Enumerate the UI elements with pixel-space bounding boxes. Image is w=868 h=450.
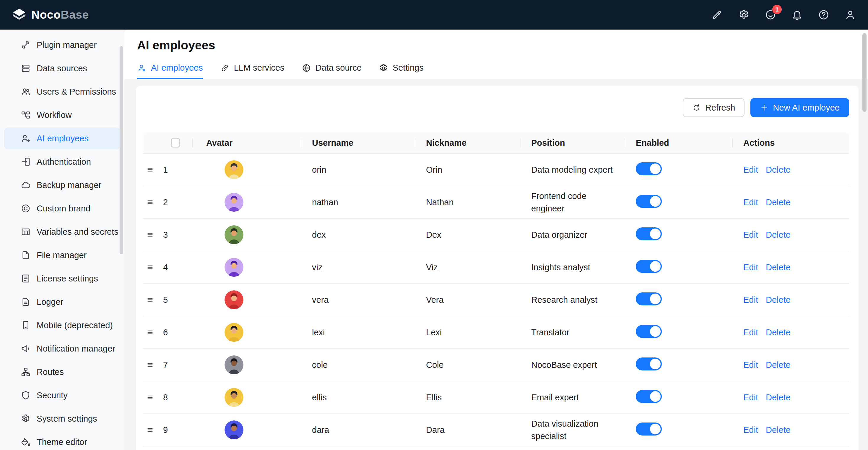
select-all-checkbox[interactable] <box>171 138 180 147</box>
delete-link[interactable]: Delete <box>766 295 790 305</box>
edit-link[interactable]: Edit <box>743 230 758 240</box>
sidebar-item-mobile-deprecated[interactable]: Mobile (deprecated) <box>4 314 120 336</box>
edit-link[interactable]: Edit <box>743 360 758 370</box>
edit-link[interactable]: Edit <box>743 262 758 272</box>
drag-handle-icon[interactable] <box>145 262 155 272</box>
sidebar-item-license-settings[interactable]: License settings <box>4 268 120 289</box>
enabled-toggle[interactable] <box>636 162 662 175</box>
row-index: 3 <box>159 230 192 240</box>
brand-name: NocoBase <box>31 8 89 21</box>
sidebar-item-variables-and-secrets[interactable]: Variables and secrets <box>4 221 120 243</box>
sidebar-item-label: Workflow <box>37 110 72 120</box>
new-ai-employee-button[interactable]: New AI employee <box>750 98 849 117</box>
sidebar-item-authentication[interactable]: Authentication <box>4 151 120 173</box>
file-icon <box>21 250 31 260</box>
position-cell: Frontend code engineer <box>520 190 625 215</box>
drag-handle-icon[interactable] <box>145 197 155 207</box>
sidebar-item-custom-brand[interactable]: Custom brand <box>4 197 120 219</box>
edit-link[interactable]: Edit <box>743 295 758 305</box>
delete-link[interactable]: Delete <box>766 165 790 175</box>
row-index: 6 <box>159 328 192 337</box>
edit-link[interactable]: Edit <box>743 165 758 175</box>
sidebar-item-logger[interactable]: Logger <box>4 291 120 313</box>
nickname-cell: Nathan <box>415 197 520 207</box>
delete-link[interactable]: Delete <box>766 360 790 370</box>
drag-handle-icon[interactable] <box>145 360 155 370</box>
profile-icon <box>21 274 31 284</box>
enabled-toggle[interactable] <box>636 325 662 338</box>
sidebar-item-routes[interactable]: Routes <box>4 361 120 383</box>
edit-link[interactable]: Edit <box>743 393 758 402</box>
avatar <box>224 420 243 439</box>
sidebar-item-security[interactable]: Security <box>4 384 120 406</box>
row-index: 9 <box>159 425 192 435</box>
table-row: 7 cole Cole NocoBase expert Edit Delete <box>143 349 849 382</box>
tab-settings[interactable]: Settings <box>379 63 424 79</box>
tab-label: Settings <box>393 63 424 73</box>
sidebar-item-backup-manager[interactable]: Backup manager <box>4 174 120 196</box>
table-icon <box>21 227 31 237</box>
refresh-button[interactable]: Refresh <box>683 98 745 117</box>
globe-icon <box>302 63 311 73</box>
delete-link[interactable]: Delete <box>766 262 790 272</box>
drag-handle-icon[interactable] <box>145 425 155 434</box>
sidebar-item-plugin-manager[interactable]: Plugin manager <box>4 34 120 56</box>
drag-handle-icon[interactable] <box>145 165 155 174</box>
enabled-toggle[interactable] <box>636 422 662 435</box>
highlighter-icon-button[interactable] <box>711 9 723 21</box>
position-column-header: Position <box>520 133 625 153</box>
nav-right-icons: 1 <box>711 9 856 21</box>
drag-handle-icon[interactable] <box>145 230 155 240</box>
sidebar-item-label: AI employees <box>37 134 89 143</box>
tab-ai-employees[interactable]: AI employees <box>137 63 203 79</box>
table-row: 3 dex Dex Data organizer Edit Delete <box>143 219 849 251</box>
tab-label: AI employees <box>151 63 203 73</box>
sidebar-item-file-manager[interactable]: File manager <box>4 244 120 266</box>
drag-handle-icon[interactable] <box>145 328 155 337</box>
sidebar-item-workflow[interactable]: Workflow <box>4 104 120 126</box>
delete-link[interactable]: Delete <box>766 393 790 402</box>
enabled-toggle[interactable] <box>636 292 662 305</box>
question-icon-button[interactable] <box>818 9 830 21</box>
username-cell: dex <box>301 230 415 240</box>
gear-icon-button[interactable] <box>738 9 750 21</box>
delete-link[interactable]: Delete <box>766 230 790 240</box>
username-cell: vera <box>301 295 415 305</box>
enabled-toggle[interactable] <box>636 227 662 241</box>
sidebar-item-system-settings[interactable]: System settings <box>4 408 120 430</box>
bell-icon-button[interactable] <box>791 9 803 21</box>
sidebar-item-notification-manager[interactable]: Notification manager <box>4 338 120 360</box>
nickname-cell: Viz <box>415 262 520 272</box>
enabled-toggle[interactable] <box>636 358 662 370</box>
gear-icon <box>738 9 750 21</box>
enabled-toggle[interactable] <box>636 260 662 273</box>
sidebar-item-label: System settings <box>37 414 97 424</box>
sidebar-scrollbar[interactable] <box>120 46 123 254</box>
enabled-toggle[interactable] <box>636 195 662 208</box>
sidebar-item-label: Mobile (deprecated) <box>37 320 113 330</box>
sidebar-item-theme-editor[interactable]: Theme editor <box>4 431 120 450</box>
sidebar-item-users-permissions[interactable]: Users & Permissions <box>4 81 120 103</box>
edit-link[interactable]: Edit <box>743 197 758 207</box>
user-icon-button[interactable] <box>844 9 856 21</box>
delete-link[interactable]: Delete <box>766 425 790 435</box>
drag-handle-icon[interactable] <box>145 295 155 305</box>
table-row: 1 orin Orin Data modeling expert Edit De… <box>143 154 849 186</box>
page-scrollbar[interactable] <box>862 33 867 112</box>
delete-link[interactable]: Delete <box>766 328 790 337</box>
tab-data-source[interactable]: Data source <box>302 63 362 79</box>
notification-icon <box>21 343 31 354</box>
edit-link[interactable]: Edit <box>743 425 758 435</box>
sidebar-item-ai-employees[interactable]: AI employees <box>4 128 120 149</box>
smiley-icon-button[interactable]: 1 <box>765 9 776 21</box>
tab-llm-services[interactable]: LLM services <box>220 63 284 79</box>
enabled-toggle[interactable] <box>636 390 662 403</box>
sidebar-item-data-sources[interactable]: Data sources <box>4 57 120 79</box>
drag-handle-icon[interactable] <box>145 393 155 402</box>
nocobase-logo[interactable]: NocoBase <box>12 7 89 22</box>
edit-link[interactable]: Edit <box>743 328 758 337</box>
position-cell: NocoBase expert <box>520 359 625 371</box>
position-cell: Insights analyst <box>520 261 625 274</box>
database-icon <box>21 63 31 73</box>
delete-link[interactable]: Delete <box>766 197 790 207</box>
